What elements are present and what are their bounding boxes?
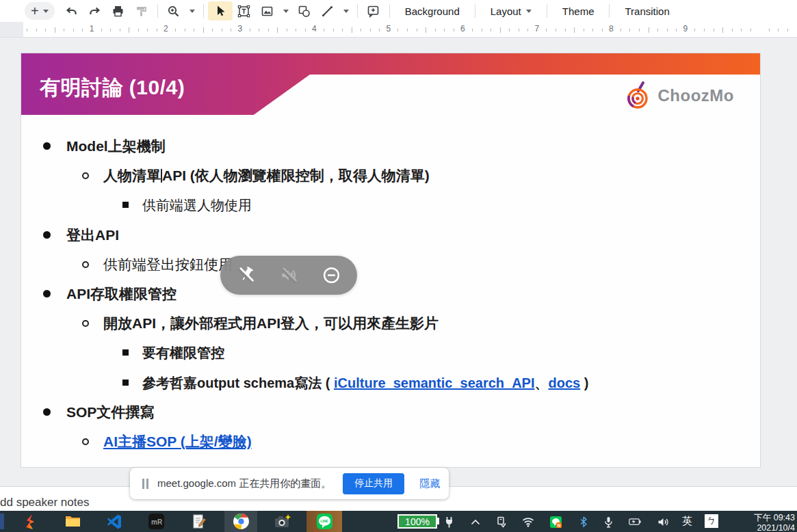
ime-language-indicator[interactable]: 英 bbox=[682, 515, 692, 528]
bullet-marker bbox=[122, 380, 129, 386]
bullet-row[interactable]: 要有權限管控 bbox=[21, 344, 746, 362]
ruler-tick bbox=[546, 29, 547, 31]
insert-comment-button[interactable] bbox=[362, 1, 385, 21]
ruler-tick bbox=[212, 29, 213, 31]
hidden-icons-chevron[interactable] bbox=[469, 516, 482, 528]
zoom-button[interactable] bbox=[162, 1, 185, 21]
ruler-tick bbox=[231, 29, 231, 31]
bullet-marker bbox=[43, 231, 51, 239]
bullet-row[interactable]: Model上架機制 bbox=[21, 137, 746, 155]
bullet-row[interactable]: 開放API，讓外部程式用API登入，可以用來產生影片 bbox=[21, 315, 746, 332]
taskbar-flame-app[interactable] bbox=[14, 511, 47, 532]
ruler-tick bbox=[732, 29, 733, 31]
wifi-icon[interactable] bbox=[522, 516, 534, 528]
usb-eject-icon[interactable] bbox=[495, 516, 507, 528]
bullet-row[interactable]: 供前端選人物使用 bbox=[21, 196, 746, 214]
chevron-down-icon[interactable] bbox=[43, 10, 49, 13]
taskbar-line-app[interactable]: LINE bbox=[308, 511, 341, 532]
ruler-tick bbox=[649, 27, 649, 33]
bluetooth-icon[interactable] bbox=[577, 516, 590, 528]
bullet-marker bbox=[43, 290, 51, 297]
clipped-app-icon[interactable] bbox=[0, 514, 4, 529]
ruler-tick bbox=[361, 29, 361, 31]
layout-button[interactable]: Layout bbox=[480, 5, 543, 17]
vscode-icon bbox=[106, 514, 122, 530]
taskbar-camera-tool[interactable] bbox=[266, 511, 299, 532]
bullet-marker bbox=[82, 172, 89, 179]
print-icon bbox=[112, 5, 125, 18]
hide-link[interactable]: 隱藏 bbox=[419, 477, 440, 490]
background-button[interactable]: Background bbox=[394, 5, 471, 17]
stop-sharing-button[interactable]: 停止共用 bbox=[343, 473, 404, 494]
transition-button[interactable]: Transition bbox=[614, 5, 680, 17]
ruler-tick bbox=[185, 29, 185, 31]
microphone-icon[interactable] bbox=[602, 516, 614, 528]
ruler-tick bbox=[120, 29, 120, 31]
taskbar-vscode[interactable] bbox=[98, 511, 131, 532]
ime-key-indicator[interactable]: ㄅ bbox=[705, 514, 718, 528]
speaker-notes-placeholder[interactable]: dd speaker notes bbox=[0, 496, 89, 509]
taskbar-mremote[interactable]: mR bbox=[140, 511, 172, 532]
bullet-text: Model上架機制 bbox=[66, 137, 746, 155]
slide[interactable]: 有明討論 (10/4) ChoozMo Model上架機制人物清單API (依人… bbox=[21, 53, 761, 468]
text-segment: 供前端選人物使用 bbox=[142, 198, 252, 213]
image-dropdown-icon[interactable] bbox=[283, 10, 289, 13]
ruler-number: 7 bbox=[535, 24, 540, 34]
ruler-tick bbox=[676, 29, 677, 31]
battery-percent: 100% bbox=[405, 516, 430, 527]
remove-icon[interactable] bbox=[322, 266, 341, 284]
volume-icon[interactable] bbox=[657, 516, 669, 528]
battery-charging-icon[interactable] bbox=[629, 516, 641, 528]
bullet-row[interactable]: 登出API bbox=[21, 226, 746, 244]
bullet-row[interactable]: 人物清單API (依人物瀏覽權限控制，取得人物清單) bbox=[21, 167, 746, 185]
text-segment: 要有權限管控 bbox=[142, 345, 224, 360]
undo-button[interactable] bbox=[60, 1, 83, 21]
zoom-dropdown-icon[interactable] bbox=[190, 10, 195, 13]
slide-link[interactable]: AI主播SOP (上架/變臉) bbox=[103, 434, 252, 449]
taskbar-chrome[interactable] bbox=[224, 511, 257, 532]
bullet-row[interactable]: 供前端登出按鈕使用 bbox=[21, 256, 746, 274]
select-tool-button[interactable] bbox=[208, 1, 233, 21]
battery-nub bbox=[437, 518, 439, 524]
line-dropdown-icon[interactable] bbox=[343, 10, 349, 13]
line-tray-icon[interactable]: N bbox=[549, 516, 562, 528]
redo-button[interactable] bbox=[83, 1, 107, 21]
print-button[interactable] bbox=[107, 1, 130, 21]
toolbar-divider bbox=[389, 4, 390, 18]
taskbar-notepad[interactable] bbox=[182, 511, 215, 532]
power-plug-icon[interactable] bbox=[443, 516, 455, 528]
bullet-row[interactable]: SOP文件撰寫 bbox=[21, 403, 746, 421]
ruler-tick bbox=[73, 29, 74, 31]
volume-off-icon[interactable] bbox=[280, 266, 298, 284]
battery-full-indicator[interactable]: 100% bbox=[397, 514, 437, 529]
taskbar-clock[interactable]: 下午 09:43 2021/10/4 bbox=[731, 513, 795, 532]
slide-link[interactable]: iCulture_semantic_search_API bbox=[334, 375, 534, 390]
ruler-tick bbox=[527, 29, 528, 31]
bullet-row[interactable]: API存取權限管控 bbox=[21, 285, 746, 303]
ruler-tick bbox=[259, 29, 259, 31]
theme-button[interactable]: Theme bbox=[551, 5, 605, 17]
ruler-tick bbox=[657, 29, 658, 31]
horizontal-ruler: 123456789 bbox=[0, 22, 797, 38]
paint-format-button[interactable] bbox=[130, 1, 153, 21]
ruler-number: 4 bbox=[312, 24, 317, 34]
pin-off-icon[interactable] bbox=[237, 266, 255, 284]
taskbar-file-explorer[interactable] bbox=[56, 511, 89, 532]
meet-overlay-controls[interactable] bbox=[220, 256, 357, 295]
bullet-row[interactable]: 參考哲嘉output schema寫法 ( iCulture_semantic_… bbox=[21, 374, 746, 392]
insert-image-button[interactable] bbox=[256, 1, 279, 21]
ruler-number: 9 bbox=[683, 24, 688, 34]
slide-title[interactable]: 有明討論 (10/4) bbox=[40, 74, 185, 102]
insert-line-button[interactable] bbox=[316, 1, 339, 21]
text-segment: API (依人物瀏覽權限控制，取得人物清單) bbox=[162, 168, 430, 183]
toolbar-divider bbox=[357, 4, 358, 18]
ruler-number: 3 bbox=[238, 24, 243, 34]
insert-shape-button[interactable] bbox=[293, 1, 316, 21]
bullet-marker bbox=[82, 438, 89, 445]
mremote-icon: mR bbox=[148, 513, 165, 530]
text-box-button[interactable] bbox=[233, 1, 256, 21]
bullet-marker bbox=[122, 349, 129, 356]
slide-link[interactable]: docs bbox=[548, 375, 580, 390]
new-slide-button[interactable]: + bbox=[25, 2, 55, 20]
bullet-row[interactable]: AI主播SOP (上架/變臉) bbox=[21, 433, 746, 451]
